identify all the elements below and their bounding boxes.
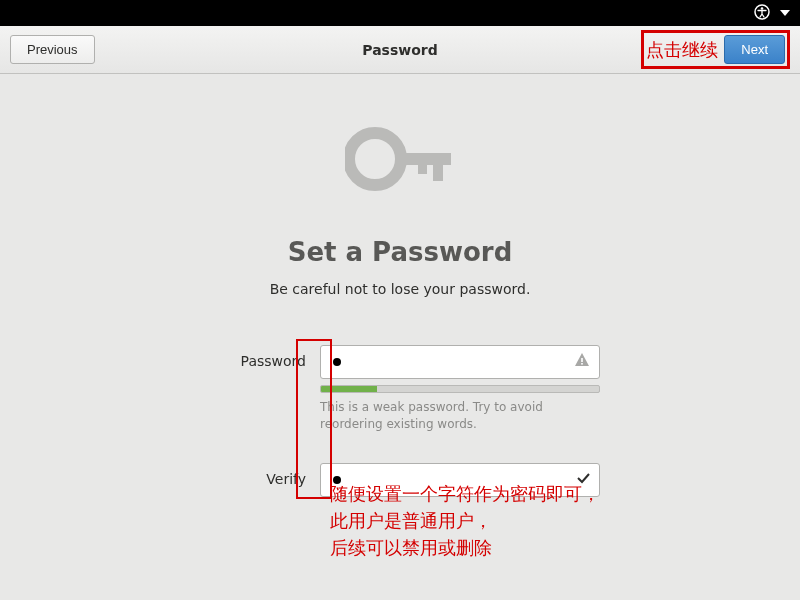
password-hint: This is a weak password. Try to avoid re… [320,399,600,433]
header-title: Password [362,42,437,58]
system-top-bar [0,0,800,26]
annotation-line-1: 随便设置一个字符作为密码即可， [330,480,600,507]
annotation-line-2: 此用户是普通用户， [330,507,600,534]
password-label: Password [200,345,320,369]
svg-rect-6 [581,358,583,362]
accessibility-icon[interactable] [754,4,770,23]
password-input[interactable] [320,345,600,379]
header-bar: Previous Password 点击继续 Next [0,26,800,74]
verify-label: Verify [200,463,320,487]
svg-point-2 [349,133,401,185]
svg-rect-5 [418,153,427,174]
svg-point-1 [761,7,764,10]
annotation-instructions: 随便设置一个字符作为密码即可， 此用户是普通用户， 后续可以禁用或删除 [330,480,600,561]
password-dot [333,358,341,366]
previous-button[interactable]: Previous [10,35,95,64]
svg-rect-4 [433,153,443,181]
annotation-next-highlight: 点击继续 Next [641,30,790,69]
strength-fill [321,386,377,392]
key-icon [345,114,455,207]
warning-icon [573,351,591,373]
annotation-click-continue: 点击继续 [646,38,718,62]
next-button[interactable]: Next [724,35,785,64]
annotation-line-3: 后续可以禁用或删除 [330,534,600,561]
svg-rect-7 [581,363,583,365]
password-row: Password This is a weak password. Try to… [200,345,600,433]
page-subheading: Be careful not to lose your password. [270,281,531,297]
main-content: Set a Password Be careful not to lose yo… [0,74,800,507]
password-strength-bar [320,385,600,393]
dropdown-indicator-icon[interactable] [780,10,790,16]
page-heading: Set a Password [288,237,513,267]
